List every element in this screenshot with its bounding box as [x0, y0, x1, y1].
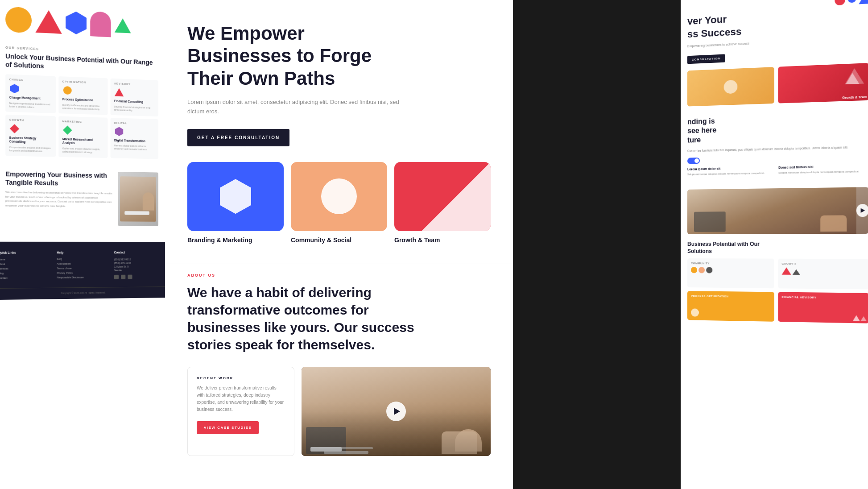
sc-icon-1	[9, 83, 20, 94]
work-row: RECENT WORK We deliver proven transforma…	[187, 367, 491, 456]
sc-title-4: Business Strategy Consulting	[9, 136, 52, 145]
right-play-icon	[861, 208, 865, 213]
col2-title: Donec sed finibus nisi	[778, 164, 868, 169]
right-title-line1: ver Your	[687, 13, 727, 27]
shape-circle-orange	[5, 6, 32, 33]
triangle-container	[394, 162, 491, 231]
mini-card-community: COMMUNITY	[687, 258, 774, 288]
sc-eyebrow-3: ADVISORY	[114, 83, 155, 87]
footer-link-accessibility[interactable]: Accessibility	[57, 262, 109, 265]
footer-city: Seattle	[114, 268, 165, 272]
hero-subtitle: Lorem ipsum dolor sit amet, consectetur …	[187, 98, 401, 116]
toggle-switch[interactable]	[687, 157, 700, 164]
footer-columns: Quick Links Home About Services Blog Con…	[0, 251, 165, 281]
right-card-orange	[687, 67, 774, 106]
service-card-growth: Growth & Team	[394, 162, 491, 244]
about-title: We have a habit of delivering transforma…	[187, 284, 437, 353]
toggle-knob	[694, 158, 699, 163]
right-cta-button[interactable]: CONSULTATION	[687, 54, 725, 64]
footer-link-about[interactable]: About	[0, 262, 52, 265]
footer-link-contact[interactable]: Contact	[0, 276, 52, 279]
footer-col-title-2: Help	[57, 251, 109, 254]
sc-eyebrow-4: GROWTH	[9, 118, 52, 122]
hex-icon-blue	[10, 84, 19, 93]
service-card-optimization: OPTIMIZATION Process Optimization Identi…	[58, 76, 107, 115]
growth-triangle-red	[782, 268, 791, 275]
recent-work-eyebrow: RECENT WORK	[197, 376, 285, 380]
services-title: Unlock Your Business Potential with Our …	[5, 52, 158, 75]
sc-text-1: Navigate organizational transitions and …	[9, 102, 52, 110]
hex-white-icon	[220, 179, 251, 214]
footer-copyright: Copyright © 2023 Zinc All Rights Reserve…	[0, 286, 165, 295]
right-cards-grid: Growth & Team	[687, 63, 868, 106]
sc-eyebrow-5: MARKETING	[62, 120, 104, 124]
service-card-growth: GROWTH Business Strategy Consulting Comp…	[5, 115, 56, 157]
shape-triangle-red	[36, 9, 62, 34]
view-case-button[interactable]: VIEW CASE STUDIES	[197, 421, 259, 434]
footer-col-title-1: Quick Links	[0, 251, 52, 254]
footer-link-disclosure[interactable]: Responsible Disclosure	[57, 276, 109, 279]
cta-button[interactable]: GET A FREE CONSULTATION	[187, 129, 289, 146]
social-icon-3[interactable]	[128, 274, 132, 279]
social-icon-2[interactable]	[121, 274, 125, 279]
service-label-community: Community & Social	[291, 236, 387, 244]
mini-card-label-process: Process Optimization	[691, 295, 771, 298]
diamond-icon-pink	[10, 124, 19, 133]
footer-social	[114, 274, 165, 279]
recent-work-card: RECENT WORK We deliver proven transforma…	[187, 367, 294, 456]
service-label-branding: Branding & Marketing	[187, 236, 284, 244]
service-card-branding: Branding & Marketing	[187, 162, 284, 244]
sc-text-3: Develop financial strategies for long-te…	[114, 105, 155, 113]
col1-title: Lorem ipsum dolor sit	[687, 166, 774, 171]
bottom-section-title: Business Potential with OurSolutions	[687, 241, 868, 256]
branding-text: Customise furniture fulla fuls laqueuat,…	[687, 145, 868, 153]
footer-link-home[interactable]: Home	[0, 258, 52, 261]
right-video-bg	[687, 187, 868, 234]
bottom-section: Business Potential with OurSolutions COM…	[687, 241, 868, 323]
mini-circle-dark	[706, 267, 712, 274]
play-button[interactable]	[386, 402, 406, 421]
mini-cards-grid: COMMUNITY GROWTH	[687, 258, 868, 323]
mini-circle-peach	[699, 267, 705, 273]
sc-icon-6	[114, 126, 124, 137]
footer-link-blog[interactable]: Blog	[0, 271, 52, 274]
service-card-digital: DIGITAL Digital Transformation Harness d…	[111, 118, 158, 159]
sc-icon-4	[9, 124, 20, 134]
two-col-text: Lorem ipsum dolor sit Solupta nonseque d…	[687, 164, 868, 176]
mini-card-financial: Financial Advisory	[778, 292, 868, 323]
right-circle-red	[835, 0, 845, 6]
col-2: Donec sed finibus nisi Solupta nonseque …	[778, 164, 868, 175]
branding-section: nding issee hereture Customise furniture…	[687, 107, 868, 185]
sc-eyebrow-2: OPTIMIZATION	[62, 80, 104, 85]
circle-white-icon	[321, 178, 357, 214]
footer-link-services[interactable]: Services	[0, 267, 52, 270]
col-1: Lorem ipsum dolor sit Solupta nonseque d…	[687, 166, 774, 176]
sc-text-4: Comprehensive analysis and strategies fo…	[9, 145, 52, 153]
play-icon	[394, 408, 400, 415]
service-card-growth-image	[394, 162, 491, 231]
footer-col-title-3: Contact	[114, 251, 165, 254]
footer-link-faq[interactable]: FAQ	[57, 257, 109, 261]
service-card-community: Community & Social	[291, 162, 387, 244]
empowering-content: Empowering Your Business with Tangible R…	[5, 170, 113, 211]
services-grid: CHANGE Change Management Navigate organi…	[5, 75, 158, 159]
footer-link-terms[interactable]: Terms of use	[57, 266, 109, 269]
triangle-icon-red	[115, 88, 124, 97]
sc-icon-5	[62, 125, 73, 135]
main-panel: We Empower Businesses to Forge Their Own…	[165, 0, 513, 489]
mini-card-growth: GROWTH	[778, 259, 868, 290]
empowering-section: Empowering Your Business with Tangible R…	[0, 162, 163, 232]
circle-icon-orange	[63, 86, 72, 95]
diamond-icon-green	[63, 125, 72, 134]
right-play-button[interactable]	[856, 204, 868, 217]
left-footer: Quick Links Home About Services Blog Con…	[0, 241, 169, 299]
footer-link-privacy[interactable]: Privacy Policy	[57, 271, 109, 274]
sc-title-5: Market Research and Analysis	[62, 137, 104, 146]
right-card-red: Growth & Team	[778, 63, 868, 104]
sc-icon-2	[62, 85, 73, 95]
social-icon-1[interactable]	[114, 275, 118, 279]
footer-col-contact: Contact (555) 512-9111 (555) 445-1234 12…	[114, 251, 165, 280]
mini-card-label-community: COMMUNITY	[691, 262, 771, 265]
empowering-img-bg	[118, 172, 158, 226]
about-section: ABOUT US We have a habit of delivering t…	[165, 264, 513, 469]
